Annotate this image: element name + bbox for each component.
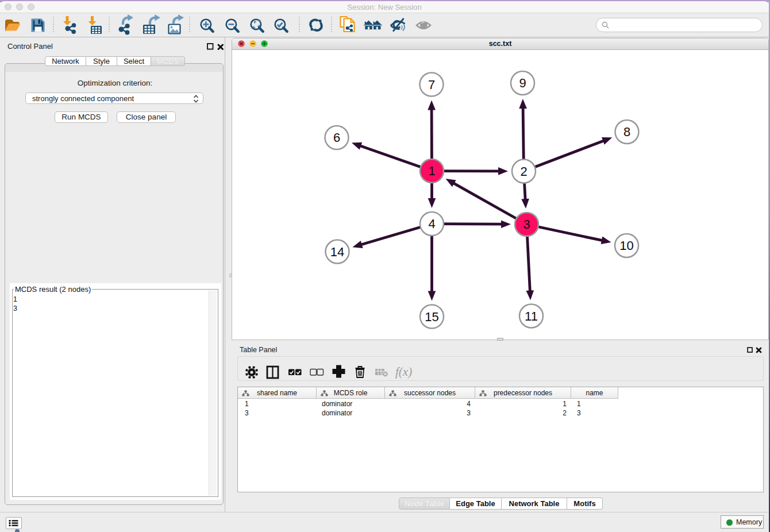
svg-text:14: 14 [330, 245, 344, 259]
svg-text:7: 7 [428, 78, 435, 92]
svg-text:f(x): f(x) [395, 365, 412, 379]
svg-text:8: 8 [623, 125, 630, 139]
svg-text:2: 2 [520, 164, 527, 179]
svg-text:10: 10 [619, 238, 633, 253]
svg-text:4: 4 [428, 217, 435, 231]
svg-text:9: 9 [519, 76, 526, 90]
svg-text:1: 1 [428, 164, 435, 178]
svg-text:3: 3 [523, 217, 530, 232]
svg-text:6: 6 [333, 130, 340, 145]
svg-text:11: 11 [525, 309, 538, 323]
svg-text:15: 15 [425, 310, 438, 324]
